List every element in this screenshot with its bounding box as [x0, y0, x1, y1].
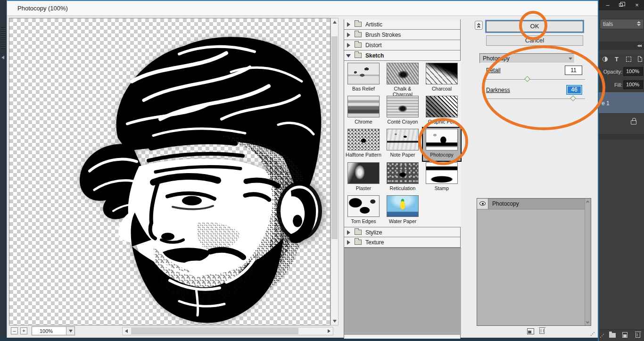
cancel-button[interactable]: Cancel [486, 35, 583, 46]
zoom-out-button[interactable]: – [11, 327, 18, 334]
dialog-title: Photocopy (100%) [17, 5, 68, 12]
scroll-up-icon[interactable] [586, 200, 589, 204]
folder-icon [355, 42, 362, 48]
opacity-value[interactable]: 100% [623, 67, 643, 76]
panel-collapse-button[interactable]: ◀◀ [599, 42, 644, 50]
expander-collapsed-icon[interactable] [347, 230, 350, 235]
layer-row-background[interactable] [599, 113, 644, 134]
chevron-up-icon [477, 25, 480, 29]
zoom-level-select[interactable]: 100% [32, 326, 75, 335]
scroll-right-icon[interactable] [328, 329, 330, 333]
vertical-scroll-thumb[interactable] [331, 36, 338, 239]
marquee-icon[interactable] [626, 57, 631, 62]
filter-thumb-stamp[interactable]: Stamp [423, 161, 461, 194]
scroll-up-icon[interactable] [333, 21, 337, 24]
detail-slider[interactable] [486, 79, 585, 80]
filter-thumb-conte-crayon[interactable]: Conté Crayon [384, 95, 421, 128]
filter-thumb-reticulation[interactable]: Reticulation [384, 161, 421, 194]
category-texture[interactable]: Texture [344, 237, 460, 248]
expander-collapsed-icon[interactable] [347, 22, 350, 27]
filter-list-empty-area [344, 248, 461, 335]
dialog-resize-grip[interactable] [590, 331, 595, 337]
thumbnail-image [347, 96, 380, 117]
preview-canvas[interactable] [9, 18, 330, 325]
filter-thumb-chalk-charcoal[interactable]: Chalk & Charcoal [384, 62, 421, 95]
filter-thumb-note-paper[interactable]: Note Paper [384, 128, 421, 161]
layers-panel-footer [599, 329, 644, 341]
expander-collapsed-icon[interactable] [347, 33, 350, 37]
fill-label: Fill: [614, 82, 622, 88]
darkness-label: Darkness [486, 87, 510, 93]
collapse-left-arrow-icon[interactable] [1, 56, 4, 59]
category-artistic[interactable]: Artistic [344, 19, 460, 30]
expander-collapsed-icon[interactable] [347, 240, 350, 245]
ok-button[interactable]: OK [486, 21, 583, 32]
resize-grip-icon[interactable] [600, 333, 604, 338]
expander-expanded-icon[interactable] [346, 54, 351, 58]
filter-thumb-torn-edges[interactable]: Torn Edges [345, 194, 382, 227]
new-layer-icon[interactable] [622, 332, 627, 338]
horizontal-scroll-thumb[interactable] [131, 328, 298, 334]
visibility-toggle[interactable] [477, 199, 488, 209]
scroll-down-icon[interactable] [333, 320, 337, 323]
dialog-titlebar[interactable]: Photocopy (100%) [7, 1, 598, 16]
category-label: Artistic [365, 21, 382, 28]
detail-slider-thumb[interactable] [524, 76, 530, 82]
restore-button[interactable] [616, 1, 626, 9]
minimize-button[interactable]: – [603, 1, 613, 9]
eye-icon [479, 201, 486, 206]
filter-thumb-graphic-pen[interactable]: Graphic Pen [423, 95, 461, 128]
filter-gallery-dialog: Photocopy (100%) [7, 0, 598, 338]
expander-collapsed-icon[interactable] [347, 43, 350, 48]
toolbar-edge-strip [0, 0, 7, 341]
thumbnail-image [387, 195, 419, 217]
thumbnail-image [387, 96, 419, 117]
adjustment-icon[interactable] [603, 57, 608, 62]
close-button[interactable]: × [632, 1, 642, 9]
effect-layer-row-photocopy[interactable]: Photocopy [477, 199, 585, 209]
effect-layer-label: Photocopy [492, 200, 519, 207]
darkness-slider-thumb[interactable] [570, 95, 576, 101]
preview-horizontal-scrollbar[interactable] [122, 327, 333, 335]
darkness-slider[interactable] [486, 99, 585, 100]
filter-thumb-bas-relief[interactable]: Bas Relief [345, 62, 382, 95]
portrait-preview-image [61, 24, 328, 325]
category-brush-strokes[interactable]: Brush Strokes [344, 30, 460, 40]
collapse-thumbnails-button[interactable] [475, 21, 483, 30]
delete-layer-icon[interactable] [636, 333, 640, 338]
zoom-in-button[interactable]: + [20, 327, 27, 334]
preview-vertical-scrollbar[interactable] [330, 18, 339, 325]
thumbnail-image [347, 162, 380, 184]
filter-thumb-charcoal[interactable]: Charcoal [423, 62, 461, 95]
layer-row-selected[interactable]: e 1 [599, 92, 644, 113]
detail-label: Detail [486, 67, 501, 74]
category-stylize[interactable]: Stylize [344, 227, 460, 237]
filter-thumb-plaster[interactable]: Plaster [345, 161, 382, 194]
thumbnail-image [347, 129, 380, 150]
filter-thumb-water-paper[interactable]: Water Paper [384, 194, 421, 227]
darkness-value-input[interactable]: 46 [566, 85, 582, 95]
filter-thumb-halftone-pattern[interactable]: Halftone Pattern [345, 128, 382, 161]
filter-select-dropdown[interactable]: Photocopy [479, 53, 575, 63]
workspace-selector[interactable]: tials [600, 19, 644, 29]
page-icon[interactable] [638, 56, 642, 62]
filter-thumb-photocopy-selected[interactable]: Photocopy [423, 128, 461, 161]
opacity-label: Opacity: [603, 69, 622, 75]
new-group-icon[interactable] [609, 333, 616, 338]
delete-effect-layer-button[interactable] [539, 328, 545, 334]
scroll-down-icon[interactable] [586, 320, 589, 324]
thumbnail-image [387, 162, 419, 184]
detail-value-input[interactable]: 11 [565, 66, 582, 75]
fill-row: Fill: 100% [599, 78, 644, 91]
effect-list-scrollbar[interactable] [585, 199, 591, 325]
preview-bottom-bar: – + 100% [9, 326, 339, 337]
scroll-left-icon[interactable] [125, 329, 128, 333]
zoom-dropdown[interactable] [66, 327, 74, 335]
fill-value[interactable]: 100% [623, 80, 643, 89]
filter-thumb-chrome[interactable]: Chrome [345, 95, 382, 128]
category-distort[interactable]: Distort [344, 40, 460, 50]
type-icon[interactable]: T [615, 56, 619, 63]
workspace-updown-icon [637, 21, 641, 26]
category-sketch[interactable]: Sketch [344, 50, 460, 61]
new-effect-layer-button[interactable] [527, 328, 534, 334]
